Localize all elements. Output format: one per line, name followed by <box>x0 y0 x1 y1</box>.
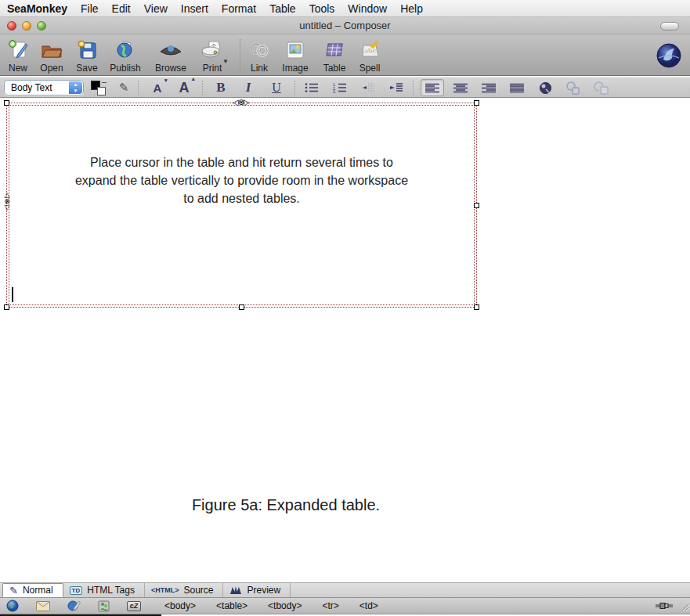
window-title: untitled – Composer <box>0 20 690 31</box>
format-separator <box>294 81 295 95</box>
toolbar-toggle-button[interactable] <box>660 22 679 31</box>
image-photo-icon <box>279 38 312 62</box>
tab-html-tags[interactable]: TD HTML Tags <box>63 583 145 597</box>
bring-to-front-button[interactable] <box>562 77 585 98</box>
open-button[interactable]: Open <box>34 38 69 74</box>
pencil-icon: ✎ <box>119 81 129 95</box>
increase-font-button[interactable]: A▴ <box>172 77 196 98</box>
bullet-list-button[interactable] <box>302 77 322 98</box>
absolute-position-button[interactable] <box>534 77 556 98</box>
tab-html-tags-label: HTML Tags <box>87 585 135 596</box>
print-button[interactable]: Print <box>194 38 230 74</box>
resize-grip[interactable] <box>680 602 689 611</box>
menu-view[interactable]: View <box>144 2 168 15</box>
numbered-list-icon: 1.2.3. <box>333 82 347 93</box>
tag-tbody[interactable]: <tbody> <box>268 600 302 611</box>
background-color-swatch[interactable] <box>97 87 106 95</box>
menu-file[interactable]: File <box>81 2 99 15</box>
outdent-button[interactable] <box>357 77 379 98</box>
element-path: <body> <table> <tbody> <tr> <td> <box>164 600 378 611</box>
mail-icon[interactable] <box>36 601 50 611</box>
decrease-font-button[interactable]: A▾ <box>146 77 169 98</box>
image-button[interactable]: Image <box>279 38 312 74</box>
menu-seamonkey[interactable]: SeaMonkey <box>7 2 67 15</box>
outdent-icon <box>361 82 375 93</box>
td-tag-icon: TD <box>70 586 83 595</box>
navigator-icon[interactable] <box>6 600 19 612</box>
publish-button[interactable]: Publish <box>105 38 146 74</box>
numbered-list-button[interactable]: 1.2.3. <box>330 77 350 98</box>
tag-td[interactable]: <td> <box>359 600 378 611</box>
menu-insert[interactable]: Insert <box>181 2 208 15</box>
absolute-position-icon <box>539 81 552 95</box>
tag-table[interactable]: <table> <box>216 600 247 611</box>
resize-handle-bottom-middle[interactable] <box>239 304 244 310</box>
browse-button[interactable]: Browse <box>150 38 191 74</box>
bullet-list-icon <box>305 82 319 93</box>
tab-normal[interactable]: ✎ Normal <box>2 583 63 597</box>
tab-preview-label: Preview <box>247 585 280 596</box>
publish-globe-icon <box>105 38 146 62</box>
preview-icon <box>229 585 242 595</box>
align-right-button[interactable] <box>477 77 500 98</box>
tab-source-label: Source <box>183 585 213 596</box>
tag-tr[interactable]: <tr> <box>322 600 338 611</box>
edit-mode-bar: ✎ Normal TD HTML Tags <HTML> Source Prev… <box>0 582 690 598</box>
menu-window[interactable]: Window <box>348 2 387 15</box>
table-drag-handle-vertical[interactable]: △⊗▽ <box>2 192 12 211</box>
menu-format[interactable]: Format <box>222 2 256 15</box>
publish-button-label: Publish <box>105 63 146 74</box>
format-separator <box>202 81 203 95</box>
selected-table[interactable]: Place cursor in the table and hit return… <box>6 103 477 308</box>
browse-eye-icon <box>150 38 191 62</box>
italic-button[interactable]: I <box>237 77 259 98</box>
text-color-picker[interactable] <box>91 81 110 95</box>
link-button[interactable]: Link <box>244 38 274 74</box>
table-cell-text[interactable]: Place cursor in the table and hit return… <box>7 153 476 207</box>
send-to-back-button[interactable] <box>590 77 613 98</box>
resize-handle-right-middle[interactable] <box>474 203 479 208</box>
align-center-button[interactable] <box>449 77 472 98</box>
align-left-button[interactable] <box>421 79 444 96</box>
highlight-color-button[interactable]: ✎ <box>114 77 133 98</box>
status-bar: cZ <body> <table> <tbody> <tr> <td> <box>0 598 690 614</box>
resize-handle-top-right[interactable] <box>474 100 479 106</box>
color-divider <box>102 82 107 83</box>
new-button[interactable]: New <box>3 38 33 74</box>
table-button[interactable]: Table <box>318 38 351 74</box>
tab-normal-label: Normal <box>23 585 53 596</box>
select-stepper-icon: ▲▼ <box>69 81 82 94</box>
decrease-font-label: A <box>154 81 162 95</box>
resize-handle-bottom-right[interactable] <box>474 304 479 310</box>
resize-handle-top-left[interactable] <box>4 100 9 106</box>
tab-source[interactable]: <HTML> Source <box>145 583 224 597</box>
tab-preview[interactable]: Preview <box>223 583 291 597</box>
chatzilla-icon[interactable]: cZ <box>127 601 141 611</box>
print-dropdown-arrow-icon[interactable]: ▼ <box>222 58 229 65</box>
figure-caption[interactable]: Figure 5a: Expanded table. <box>0 496 572 514</box>
save-button[interactable]: Save <box>72 38 102 74</box>
bold-button[interactable]: B <box>210 77 232 98</box>
table-drag-handle-horizontal[interactable]: ◁⊗▷ <box>233 98 249 106</box>
indent-button[interactable] <box>385 77 407 98</box>
menu-tools[interactable]: Tools <box>309 2 335 15</box>
underline-button[interactable]: U <box>266 77 287 98</box>
composer-icon[interactable] <box>67 600 81 612</box>
menu-table[interactable]: Table <box>269 2 295 15</box>
tag-body[interactable]: <body> <box>164 600 196 611</box>
resize-handle-bottom-left[interactable] <box>4 304 9 310</box>
paragraph-style-select[interactable]: Body Text ▲▼ <box>4 80 84 95</box>
address-book-icon[interactable] <box>98 600 110 612</box>
spell-button-label: Spell <box>354 63 385 74</box>
spell-button[interactable]: abc Spell <box>354 38 385 74</box>
html-source-icon: <HTML> <box>151 586 179 594</box>
format-toolbar: Body Text ▲▼ ✎ A▾ A▴ B I U 1.2.3. <box>0 77 690 98</box>
justify-button[interactable] <box>505 77 529 98</box>
indent-icon <box>389 82 403 93</box>
image-button-label: Image <box>279 63 312 74</box>
online-status-icon[interactable] <box>656 602 673 610</box>
pen-icon: ✎ <box>9 585 18 596</box>
editor-canvas[interactable]: Place cursor in the table and hit return… <box>0 99 690 583</box>
menu-help[interactable]: Help <box>400 2 423 15</box>
menu-edit[interactable]: Edit <box>112 2 131 15</box>
